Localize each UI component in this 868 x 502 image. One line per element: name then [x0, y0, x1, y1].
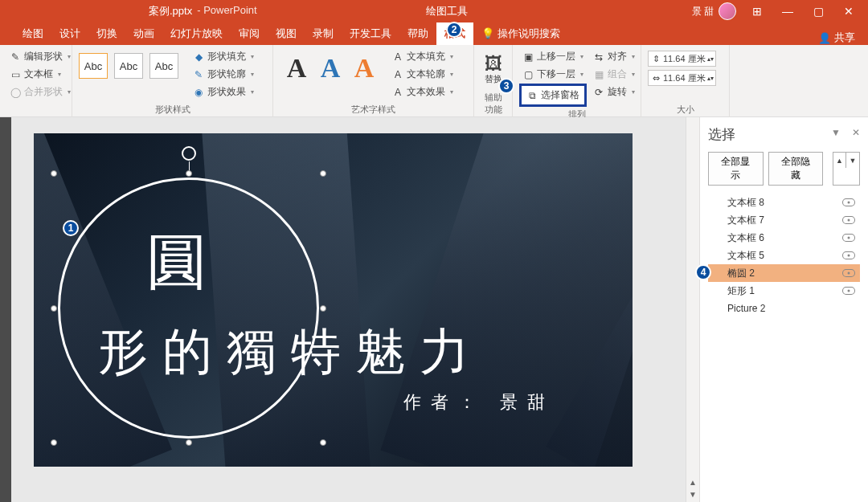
- width-icon: ⇔: [650, 72, 661, 84]
- list-item: 矩形 1: [708, 282, 860, 300]
- user-name[interactable]: 景 甜: [692, 5, 714, 18]
- group-button: ▦组合▾: [590, 66, 638, 83]
- shape-width-input[interactable]: ⇔11.64 厘米▴▾: [648, 70, 716, 86]
- selection-pane-button[interactable]: ⧉选择窗格: [519, 84, 587, 107]
- shape-effects-button[interactable]: ◉形状效果▾: [190, 84, 257, 100]
- tell-me-search[interactable]: 💡 操作说明搜索: [473, 22, 568, 45]
- visibility-toggle[interactable]: [842, 216, 855, 224]
- tab-view[interactable]: 视图: [268, 22, 305, 45]
- pane-close-button[interactable]: ✕: [852, 127, 860, 138]
- move-down-button[interactable]: ▼: [846, 153, 859, 168]
- tab-developer[interactable]: 开发工具: [342, 22, 399, 45]
- text-effects-button[interactable]: A文本效果▾: [389, 84, 457, 100]
- list-item: 文本框 6: [708, 229, 860, 247]
- resize-handle-se[interactable]: [320, 439, 326, 446]
- wordart-preset-3[interactable]: A: [347, 48, 381, 88]
- tab-help[interactable]: 帮助: [399, 22, 436, 45]
- callout-step-4: 4: [695, 264, 711, 280]
- rotation-handle[interactable]: [182, 146, 196, 161]
- selection-pane: 选择 ▼ ✕ 全部显示 全部隐藏 ▲ ▼ 文本框 8 文本框 7 文本框 6 文…: [699, 117, 868, 502]
- user-avatar[interactable]: [719, 2, 736, 20]
- slide-text-line2[interactable]: 形的獨特魅力: [98, 318, 484, 386]
- shape-style-preset-3[interactable]: Abc: [149, 53, 178, 79]
- send-backward-button[interactable]: ▢下移一层▾: [519, 66, 587, 83]
- next-slide-button[interactable]: ▼: [689, 490, 697, 499]
- list-item-selected: 椭圆 2: [708, 264, 860, 282]
- visibility-toggle[interactable]: [842, 287, 855, 295]
- slide-canvas-area[interactable]: 1 圓 形的獨特魅力 作者： 景甜: [0, 117, 686, 502]
- title-bar: 案例.pptx - PowerPoint 绘图工具 景 甜 ⊞ — ▢ ✕: [0, 0, 868, 22]
- edit-shape-icon: ✎: [10, 51, 21, 63]
- outline-icon: ✎: [193, 69, 204, 80]
- group-accessibility: 辅助功能: [481, 90, 506, 117]
- effects-icon: ◉: [193, 87, 204, 98]
- tab-review[interactable]: 审阅: [231, 22, 268, 45]
- tab-record[interactable]: 录制: [305, 22, 342, 45]
- text-outline-icon: A: [392, 69, 403, 80]
- textbox-icon: ▭: [10, 69, 21, 80]
- edit-shape-button[interactable]: ✎编辑形状▾: [6, 48, 74, 65]
- tab-design[interactable]: 设计: [51, 22, 88, 45]
- resize-handle-w[interactable]: [51, 305, 57, 312]
- hide-all-button[interactable]: 全部隐藏: [768, 152, 824, 186]
- ribbon-display-options[interactable]: ⊞: [743, 0, 772, 22]
- doc-title: 案例.pptx: [149, 4, 192, 18]
- group-shape-styles: 形状样式: [79, 102, 266, 117]
- group-icon: ▦: [593, 69, 604, 80]
- resize-handle-s[interactable]: [186, 439, 192, 446]
- app-name: - PowerPoint: [197, 4, 256, 18]
- visibility-toggle[interactable]: [842, 234, 855, 242]
- maximize-button[interactable]: ▢: [804, 0, 833, 22]
- shape-outline-button[interactable]: ✎形状轮廓▾: [190, 66, 257, 83]
- wordart-preset-1[interactable]: A: [280, 48, 313, 88]
- vertical-scrollbar[interactable]: ▲ ▼: [686, 117, 699, 502]
- text-fill-button[interactable]: A文本填充▾: [389, 48, 457, 65]
- tab-slideshow[interactable]: 幻灯片放映: [162, 22, 231, 45]
- resize-handle-ne[interactable]: [320, 170, 326, 177]
- visibility-toggle[interactable]: [842, 198, 855, 206]
- selection-list: 文本框 8 文本框 7 文本框 6 文本框 5 椭圆 2 矩形 1 Pictur…: [708, 194, 860, 317]
- wordart-preset-2[interactable]: A: [313, 48, 347, 88]
- tab-transitions[interactable]: 切换: [88, 22, 125, 45]
- ribbon-tabs: 绘图 设计 切换 动画 幻灯片放映 审阅 视图 录制 开发工具 帮助 格式 2 …: [0, 22, 868, 45]
- text-fill-icon: A: [392, 51, 403, 63]
- minimize-button[interactable]: —: [773, 0, 802, 22]
- callout-step-1: 1: [63, 220, 79, 236]
- slide-text-author[interactable]: 作者： 景甜: [403, 390, 555, 414]
- reorder-buttons: ▲ ▼: [833, 152, 860, 186]
- shape-style-preset-1[interactable]: Abc: [79, 53, 108, 79]
- textbox-button[interactable]: ▭文本框▾: [6, 66, 74, 83]
- slide-text-line1[interactable]: 圓: [146, 222, 217, 304]
- alt-text-icon: 🖼: [488, 59, 499, 70]
- pane-options-button[interactable]: ▼: [831, 127, 841, 138]
- tab-draw[interactable]: 绘图: [14, 22, 51, 45]
- align-icon: ⇆: [593, 51, 604, 63]
- resize-handle-n[interactable]: [186, 170, 192, 177]
- visibility-toggle[interactable]: [842, 251, 855, 259]
- slide[interactable]: 1 圓 形的獨特魅力 作者： 景甜: [34, 133, 633, 467]
- share-button[interactable]: 👤 共享: [818, 31, 855, 45]
- rotate-icon: ⟳: [593, 87, 604, 98]
- height-icon: ⇕: [650, 53, 661, 64]
- rotate-button[interactable]: ⟳旋转▾: [590, 84, 638, 100]
- align-button[interactable]: ⇆对齐▾: [590, 48, 638, 65]
- merge-icon: ◯: [10, 87, 21, 98]
- prev-slide-button[interactable]: ▲: [689, 478, 697, 487]
- bring-forward-button[interactable]: ▣上移一层▾: [519, 48, 587, 65]
- merge-shapes-button: ◯合并形状▾: [6, 84, 74, 100]
- close-button[interactable]: ✕: [834, 0, 863, 22]
- resize-handle-e[interactable]: [320, 305, 326, 312]
- resize-handle-nw[interactable]: [51, 170, 57, 177]
- text-outline-button[interactable]: A文本轮廓▾: [389, 66, 457, 83]
- list-item: 文本框 8: [708, 194, 860, 211]
- shape-fill-button[interactable]: ◆形状填充▾: [190, 48, 257, 65]
- show-all-button[interactable]: 全部显示: [708, 152, 764, 186]
- resize-handle-sw[interactable]: [51, 439, 57, 446]
- shape-height-input[interactable]: ⇕11.64 厘米▴▾: [648, 51, 716, 67]
- visibility-toggle[interactable]: [842, 269, 855, 277]
- group-wordart-styles: 艺术字样式: [280, 102, 467, 117]
- list-item: Picture 2: [708, 300, 860, 317]
- move-up-button[interactable]: ▲: [833, 153, 846, 168]
- shape-style-preset-2[interactable]: Abc: [114, 53, 143, 79]
- tab-animations[interactable]: 动画: [125, 22, 162, 45]
